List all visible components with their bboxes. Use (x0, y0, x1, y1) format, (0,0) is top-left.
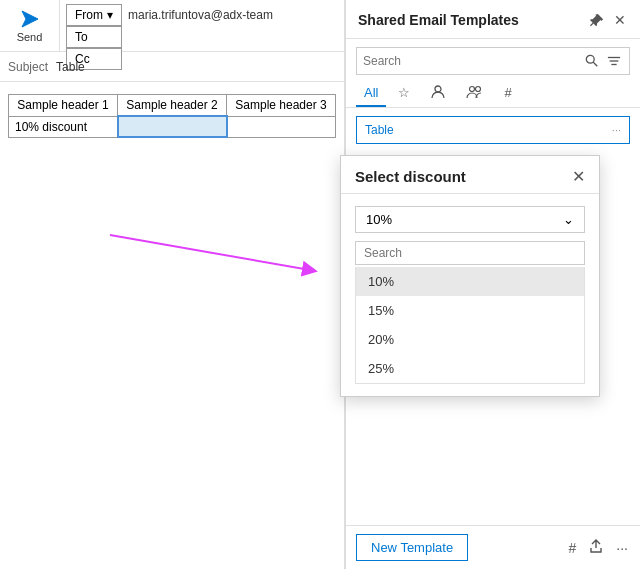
subject-label: Subject (8, 60, 48, 74)
svg-point-10 (476, 87, 481, 92)
dropdown-option-10[interactable]: 10% (356, 267, 584, 296)
cc-row: Cc (66, 48, 338, 70)
dropdown-chevron-icon: ⌄ (563, 212, 574, 227)
dropdown-options-list: 10% 15% 20% 25% (355, 267, 585, 384)
subject-value: Table (56, 60, 85, 74)
table-row: 10% discount (9, 116, 336, 137)
search-icon (585, 54, 599, 68)
tab-starred[interactable]: ☆ (390, 80, 418, 107)
share-icon (588, 538, 604, 554)
tab-hash[interactable]: # (496, 80, 519, 107)
select-discount-modal: Select discount ✕ 10% ⌄ 10% 15% 20% 25% (340, 155, 600, 397)
compose-header: Send From ▾ maria.trifuntova@adx-team To… (0, 0, 344, 52)
footer-more-button[interactable]: ··· (614, 538, 630, 558)
email-body: Sample header 1 Sample header 2 Sample h… (0, 82, 344, 146)
from-row: From ▾ maria.trifuntova@adx-team (66, 4, 338, 26)
footer-hash-button[interactable]: # (567, 538, 579, 558)
person-icon (430, 84, 446, 100)
to-row: To (66, 26, 338, 48)
panel-footer: New Template # ··· (346, 525, 640, 569)
arrow-indicator (0, 215, 345, 295)
table-cell-2[interactable] (118, 116, 227, 137)
dropdown-select[interactable]: 10% ⌄ (355, 206, 585, 233)
filter-icon-button[interactable] (605, 52, 623, 70)
dropdown-option-15[interactable]: 15% (356, 296, 584, 325)
table-header-1: Sample header 1 (9, 95, 118, 117)
template-item-more[interactable]: ··· (612, 124, 621, 136)
panel-header-icons: ✕ (588, 10, 628, 30)
modal-close-button[interactable]: ✕ (572, 169, 585, 185)
modal-header: Select discount ✕ (341, 156, 599, 194)
dropdown-selected-value: 10% (366, 212, 392, 227)
send-button[interactable]: Send (0, 0, 60, 51)
svg-marker-0 (22, 11, 38, 27)
tab-person[interactable] (422, 79, 454, 107)
svg-line-2 (110, 235, 310, 270)
svg-line-4 (593, 62, 597, 66)
table-header-2: Sample header 2 (118, 95, 227, 117)
from-button[interactable]: From ▾ (66, 4, 122, 26)
modal-body: 10% ⌄ 10% 15% 20% 25% (341, 194, 599, 396)
tab-people[interactable] (458, 79, 492, 107)
from-email: maria.trifuntova@adx-team (128, 8, 338, 22)
dropdown-search-bar[interactable] (355, 241, 585, 265)
filter-icon (607, 54, 621, 68)
svg-point-8 (435, 86, 441, 92)
template-item-table[interactable]: Table ··· (356, 116, 630, 144)
panel-header: Shared Email Templates ✕ (346, 0, 640, 39)
email-compose-panel: Send From ▾ maria.trifuntova@adx-team To… (0, 0, 345, 569)
pin-icon (590, 13, 604, 27)
table-header-row: Sample header 1 Sample header 2 Sample h… (9, 95, 336, 117)
close-panel-button[interactable]: ✕ (612, 10, 628, 30)
pin-icon-button[interactable] (588, 11, 606, 29)
search-icon-button[interactable] (583, 52, 601, 70)
send-label: Send (17, 31, 43, 43)
dropdown-option-25[interactable]: 25% (356, 354, 584, 383)
table-cell-discount[interactable]: 10% discount (9, 116, 118, 137)
panel-title: Shared Email Templates (358, 12, 519, 28)
to-button[interactable]: To (66, 26, 122, 48)
dropdown-search-input[interactable] (364, 246, 576, 260)
tab-all[interactable]: All (356, 80, 386, 107)
from-chevron-icon: ▾ (107, 8, 113, 22)
footer-share-button[interactable] (586, 536, 606, 559)
search-input[interactable] (363, 54, 579, 68)
new-template-button[interactable]: New Template (356, 534, 468, 561)
svg-point-9 (470, 87, 475, 92)
svg-point-3 (586, 55, 594, 63)
table-cell-3[interactable] (227, 116, 336, 137)
panel-tabs: All ☆ # (346, 79, 640, 108)
dropdown-option-20[interactable]: 20% (356, 325, 584, 354)
footer-icons: # ··· (567, 536, 630, 559)
modal-title: Select discount (355, 168, 466, 185)
email-table: Sample header 1 Sample header 2 Sample h… (8, 94, 336, 138)
fields-area: From ▾ maria.trifuntova@adx-team To Cc (60, 0, 344, 51)
send-icon (20, 9, 40, 29)
people-icon (466, 84, 484, 100)
search-bar[interactable] (356, 47, 630, 75)
template-item-label: Table (365, 123, 394, 137)
table-header-3: Sample header 3 (227, 95, 336, 117)
